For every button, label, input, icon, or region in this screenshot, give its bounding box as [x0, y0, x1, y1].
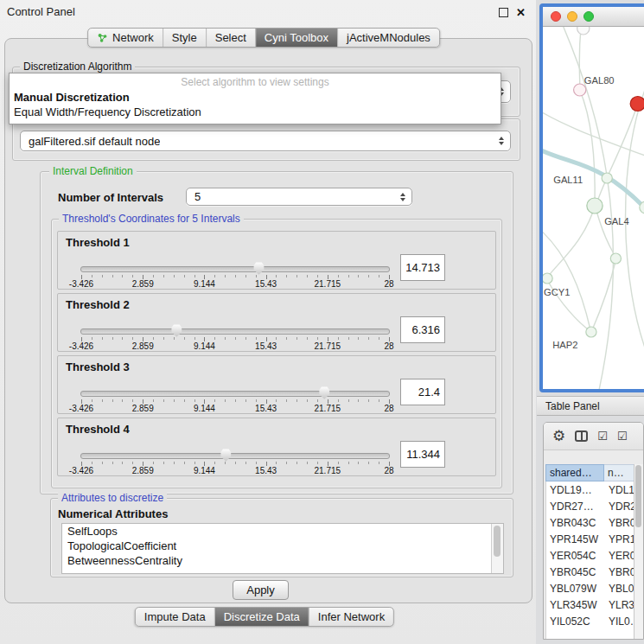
column-header-shared-name[interactable]: shared…: [545, 464, 604, 481]
attributes-group: Attributes to discretize Numerical Attri…: [50, 498, 513, 577]
select-columns-icon[interactable]: ☑: [597, 430, 608, 442]
network-node[interactable]: [586, 327, 596, 337]
scale-label: 28: [384, 279, 393, 289]
table-scrollbar[interactable]: [634, 464, 643, 639]
table-row[interactable]: YBR045CYBR0…: [546, 564, 634, 580]
scale-label: 21.715: [315, 466, 341, 475]
numerical-attributes-label: Numerical Attributes: [58, 507, 168, 520]
window-buttons: ✕: [499, 7, 526, 18]
scale-label: 15.43: [255, 404, 277, 413]
popup-placeholder-text: Select algorithm to view settings: [10, 73, 501, 90]
close-traffic-light-icon[interactable]: [551, 11, 561, 22]
float-window-icon[interactable]: [499, 8, 508, 17]
algorithm-option-equal-width[interactable]: Equal Width/Frequency Discretization: [10, 105, 501, 119]
scrollbar-thumb[interactable]: [494, 526, 501, 557]
scale-label: 9.144: [194, 466, 215, 475]
tab-network[interactable]: Network: [88, 29, 163, 47]
tab-style[interactable]: Style: [163, 29, 206, 47]
tab-label: jActiveMNodules: [347, 31, 430, 44]
apply-button[interactable]: Apply: [233, 580, 289, 600]
table-row[interactable]: YLR345WYLR3…: [546, 596, 634, 613]
network-canvas[interactable]: GAL80GAL11GAL4GCY1HAP2: [543, 27, 644, 389]
slider-thumb-icon[interactable]: [170, 324, 182, 337]
threshold-value-field[interactable]: 14.713: [400, 254, 445, 281]
slider-thumb-icon[interactable]: [318, 386, 330, 399]
algorithm-option-manual[interactable]: Manual Discretization: [10, 90, 501, 105]
scale-label: -3.426: [69, 341, 93, 351]
slider-thumb-icon[interactable]: [220, 449, 232, 462]
scale-label: 2.859: [132, 466, 154, 475]
threshold-slider[interactable]: [80, 266, 390, 272]
network-node-selected[interactable]: [630, 97, 644, 112]
tab-cyni-toolbox[interactable]: Cyni Toolbox: [255, 29, 337, 47]
network-node[interactable]: [610, 253, 621, 264]
tab-label: Infer Network: [318, 610, 385, 623]
tab-discretize-data[interactable]: Discretize Data: [214, 608, 309, 626]
tab-impute-data[interactable]: Impute Data: [136, 608, 214, 626]
table-panel-titlebar[interactable]: Table Panel: [537, 396, 644, 416]
network-node[interactable]: [587, 198, 603, 214]
network-node[interactable]: [574, 84, 586, 96]
select-all-columns-icon[interactable]: ☑: [617, 430, 628, 442]
tab-jactivemnodules[interactable]: jActiveMNodules: [337, 29, 439, 47]
network-node[interactable]: [543, 273, 552, 284]
top-tab-bar: NetworkStyleSelectCyni ToolboxjActiveMNo…: [87, 28, 440, 48]
table-row[interactable]: YPR145WYPR1…: [546, 531, 634, 547]
scale-label: 9.144: [194, 341, 215, 351]
columns-icon[interactable]: [575, 430, 588, 442]
threshold-slider[interactable]: [80, 328, 390, 335]
table-cell: YBR0…: [605, 517, 634, 529]
network-node[interactable]: [577, 27, 590, 35]
table-row[interactable]: YER054CYER0…: [546, 547, 634, 564]
table-window: ⚙ ☑ ☑ shared… n… YDL19…YDL1…YDR27…YDR2…Y…: [543, 422, 644, 640]
threshold-value-field[interactable]: 6.316: [400, 316, 445, 343]
table-cell: YIL0…: [605, 615, 634, 628]
table-row[interactable]: YDR27…YDR2…: [546, 498, 634, 514]
close-window-icon[interactable]: ✕: [516, 7, 526, 18]
table-cell: YDL1…: [605, 484, 634, 496]
threshold-value-field[interactable]: 11.344: [400, 441, 445, 468]
network-node-label: GAL4: [604, 216, 629, 226]
table-row[interactable]: YBR043CYBR0…: [546, 514, 634, 531]
threshold-slider[interactable]: [80, 391, 390, 397]
gear-icon[interactable]: ⚙: [552, 429, 565, 443]
table-row[interactable]: YBL079WYBL0…: [546, 580, 634, 596]
network-titlebar[interactable]: [543, 7, 644, 27]
threshold-label: Threshold 4: [66, 423, 130, 436]
window-title: Control Panel: [7, 5, 75, 18]
scale-label: 15.43: [255, 341, 277, 351]
control-panel-titlebar[interactable]: Control Panel ✕: [0, 0, 536, 22]
attributes-list[interactable]: SelfLoopsTopologicalCoefficientBetweenne…: [61, 523, 504, 574]
scrollbar-thumb[interactable]: [635, 465, 641, 527]
list-item[interactable]: SelfLoops: [62, 524, 503, 539]
threshold-value-field[interactable]: 21.4: [400, 379, 445, 405]
tab-label: Select: [215, 31, 246, 44]
column-header-name[interactable]: n…: [604, 464, 634, 481]
list-item[interactable]: BetweennessCentrality: [62, 553, 503, 568]
table-row[interactable]: YDL19…YDL1…: [546, 481, 634, 498]
slider-thumb-icon[interactable]: [252, 262, 265, 275]
network-node[interactable]: [602, 173, 612, 183]
combobox-arrows-icon: [400, 193, 405, 201]
table-cell: YDL19…: [546, 484, 605, 496]
tab-select[interactable]: Select: [206, 29, 255, 47]
network-node-labels: GAL80GAL11GAL4GCY1HAP2: [544, 75, 629, 350]
threshold-panel: Threshold 3 -3.4262.8599.14415.4321.7152…: [57, 355, 496, 414]
zoom-traffic-light-icon[interactable]: [583, 11, 594, 22]
tab-infer-network[interactable]: Infer Network: [309, 608, 393, 626]
threshold-slider[interactable]: [80, 453, 390, 459]
table-row[interactable]: YIL052CYIL0…: [546, 613, 634, 629]
table-cell: YBR043C: [546, 517, 605, 529]
algorithm-group-title: Discretization Algorithm: [20, 61, 135, 73]
threshold-label: Threshold 1: [66, 236, 130, 249]
scale-label: -3.426: [69, 466, 93, 475]
attributes-scrollbar[interactable]: [491, 524, 503, 573]
minimize-traffic-light-icon[interactable]: [567, 11, 577, 22]
table-data-combobox[interactable]: galFiltered.sif default node: [20, 131, 511, 151]
scale-label: 28: [384, 404, 393, 413]
list-item[interactable]: TopologicalCoefficient: [62, 539, 503, 553]
num-intervals-combobox[interactable]: 5: [186, 188, 412, 206]
table-cell: YER0…: [605, 550, 634, 562]
scale-label: 28: [384, 466, 393, 475]
network-node-label: GAL80: [584, 75, 615, 86]
